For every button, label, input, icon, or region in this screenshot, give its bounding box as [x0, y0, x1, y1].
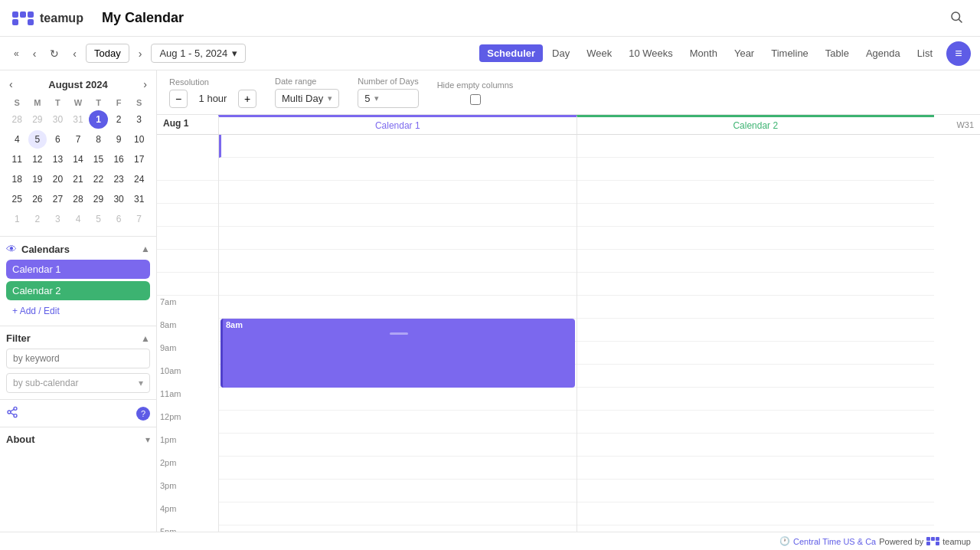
num-days-select[interactable]: 5 ▾ — [358, 89, 418, 108]
resolution-increase-button[interactable]: + — [238, 90, 256, 108]
powered-by-text: Powered by — [879, 537, 923, 546]
mini-date[interactable]: 6 — [109, 210, 129, 228]
mini-date[interactable]: 30 — [109, 190, 129, 208]
filter-header[interactable]: Filter ▲ — [6, 332, 150, 344]
about-header[interactable]: About ▾ — [6, 434, 150, 445]
mini-date[interactable]: 6 — [48, 130, 67, 149]
mini-date[interactable]: 7 — [129, 210, 149, 228]
mini-date[interactable]: 20 — [48, 170, 67, 188]
tab-month[interactable]: Month — [682, 44, 725, 62]
cal-toolbar: « ‹ ↻ ‹ Today › Aug 1 - 5, 2024 ▾ Schedu… — [0, 37, 980, 70]
event-resize-handle[interactable] — [390, 332, 408, 335]
mini-date[interactable]: 1 — [8, 210, 27, 228]
tab-day[interactable]: Day — [544, 44, 577, 62]
keyword-input[interactable] — [6, 349, 150, 368]
share-icon[interactable] — [6, 406, 18, 421]
mini-date[interactable]: 2 — [28, 210, 47, 228]
calendar-item-2[interactable]: Calendar 2 — [6, 281, 150, 300]
num-days-label: Number of Days — [358, 77, 418, 86]
hide-empty-checkbox[interactable] — [470, 94, 481, 105]
mini-date[interactable]: 11 — [8, 150, 27, 169]
timezone-link[interactable]: Central Time US & Ca — [793, 537, 876, 546]
refresh-button[interactable]: ↻ — [45, 44, 64, 63]
day-header-s: S — [8, 97, 27, 109]
calendars-title: Calendars — [21, 244, 70, 255]
menu-button[interactable]: ≡ — [946, 41, 971, 66]
mini-date[interactable]: 22 — [89, 170, 108, 188]
mini-date[interactable]: 3 — [129, 110, 149, 129]
mini-date[interactable]: 29 — [28, 110, 47, 129]
mini-date[interactable]: 4 — [69, 210, 88, 228]
mini-date[interactable]: 15 — [89, 150, 108, 169]
tab-week[interactable]: Week — [579, 44, 619, 62]
tab-table[interactable]: Table — [818, 44, 857, 62]
mini-date[interactable]: 8 — [89, 130, 108, 149]
event-block-1[interactable]: 8am — [220, 319, 575, 388]
logo[interactable]: teamup — [12, 11, 83, 25]
mini-next-button[interactable]: › — [140, 77, 150, 92]
tab-timeline[interactable]: Timeline — [763, 44, 816, 62]
mini-cal-header: ‹ August 2024 › — [6, 77, 150, 92]
prev-button[interactable]: ‹ — [28, 44, 41, 63]
mini-date[interactable]: 30 — [48, 110, 67, 129]
double-prev-button[interactable]: « — [9, 45, 24, 62]
mini-date[interactable]: 27 — [48, 190, 67, 208]
calendar-item-1[interactable]: Calendar 1 — [6, 260, 150, 279]
resolution-decrease-button[interactable]: − — [169, 90, 188, 108]
tab-scheduler[interactable]: Scheduler — [479, 44, 543, 62]
mini-date[interactable]: 5 — [28, 130, 47, 149]
row — [577, 434, 935, 457]
mini-prev-button[interactable]: ‹ — [6, 77, 16, 92]
day-header-t1: T — [48, 97, 67, 109]
mini-date[interactable]: 13 — [48, 150, 67, 169]
search-button[interactable] — [945, 5, 968, 31]
mini-date[interactable]: 31 — [129, 190, 149, 208]
sub-calendar-select[interactable]: by sub-calendar ▾ — [6, 373, 150, 393]
mini-date[interactable]: 17 — [129, 150, 149, 169]
mini-date[interactable]: 25 — [8, 190, 27, 208]
hide-empty-label: Hide empty columns — [437, 80, 514, 90]
mini-date[interactable]: 16 — [109, 150, 129, 169]
logo-icon — [12, 11, 34, 25]
today-button[interactable]: Today — [86, 44, 129, 63]
mini-date[interactable]: 12 — [28, 150, 47, 169]
help-icon[interactable]: ? — [136, 407, 150, 421]
tab-list[interactable]: List — [910, 44, 940, 62]
mini-date[interactable]: 9 — [109, 130, 129, 149]
tab-10weeks[interactable]: 10 Weeks — [621, 44, 681, 62]
mini-date[interactable]: 5 — [89, 210, 108, 228]
mini-date[interactable]: 18 — [8, 170, 27, 188]
filter-collapse-icon: ▲ — [141, 333, 150, 344]
mini-date[interactable]: 7 — [69, 130, 88, 149]
mini-date[interactable]: 3 — [48, 210, 67, 228]
add-edit-button[interactable]: + Add / Edit — [6, 303, 150, 319]
about-section: About ▾ — [0, 427, 156, 451]
mini-date[interactable]: 28 — [8, 110, 27, 129]
mini-date[interactable]: 4 — [8, 130, 27, 149]
prev-range-button[interactable]: ‹ — [68, 44, 81, 63]
mini-date[interactable]: 24 — [129, 170, 149, 188]
mini-date[interactable]: 29 — [89, 190, 108, 208]
mini-date[interactable]: 28 — [69, 190, 88, 208]
tab-agenda[interactable]: Agenda — [858, 44, 908, 62]
next-range-button[interactable]: › — [134, 44, 147, 63]
row — [219, 411, 577, 434]
calendars-header[interactable]: 👁 Calendars ▲ — [6, 243, 150, 255]
mini-date[interactable]: 21 — [69, 170, 88, 188]
row — [577, 296, 935, 319]
tab-year[interactable]: Year — [727, 44, 762, 62]
top-nav: teamup My Calendar — [0, 0, 980, 37]
mini-date[interactable]: 10 — [129, 130, 149, 149]
resolution-group: Resolution − 1 hour + — [169, 77, 256, 108]
mini-date-today[interactable]: 1 — [89, 110, 108, 129]
mini-date[interactable]: 19 — [28, 170, 47, 188]
sub-cal-arrow-icon: ▾ — [139, 378, 143, 388]
mini-date[interactable]: 26 — [28, 190, 47, 208]
mini-date[interactable]: 23 — [109, 170, 129, 188]
date-range-picker[interactable]: Aug 1 - 5, 2024 ▾ — [151, 44, 246, 63]
row — [219, 457, 577, 480]
mini-date[interactable]: 14 — [69, 150, 88, 169]
mini-date[interactable]: 2 — [109, 110, 129, 129]
mini-date[interactable]: 31 — [69, 110, 88, 129]
date-range-select[interactable]: Multi Day ▾ — [275, 89, 339, 108]
